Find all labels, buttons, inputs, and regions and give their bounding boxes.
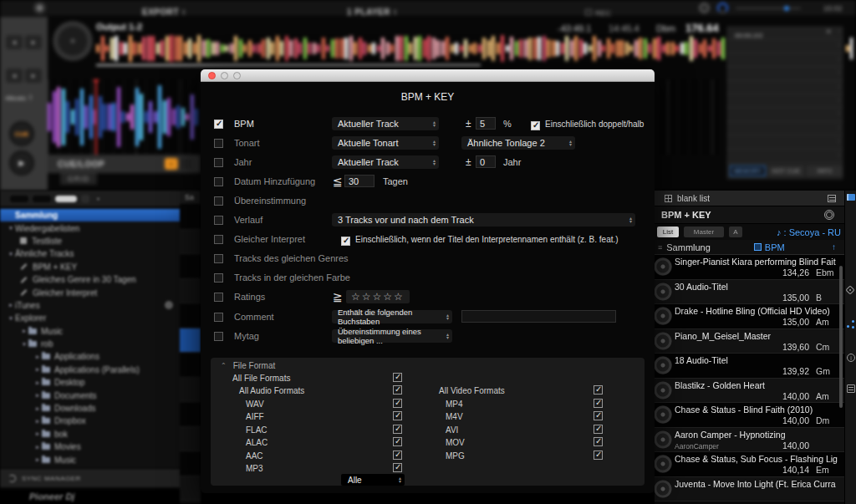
zoom-window-button[interactable] — [233, 72, 241, 79]
cue-row-empty[interactable] — [726, 39, 843, 53]
wav-checkbox[interactable] — [393, 399, 402, 408]
column-title[interactable]: Sammlung — [666, 242, 711, 252]
caret-right-icon[interactable]: ▸ — [20, 328, 28, 334]
key-criteria-checkbox[interactable] — [214, 136, 223, 150]
occluded-track-row[interactable] — [180, 451, 201, 476]
alac-checkbox[interactable] — [393, 437, 402, 446]
key-range-dropdown[interactable]: Ähnliche Tonlage 2▴▾ — [461, 136, 575, 150]
rec-checkbox[interactable] — [585, 9, 592, 16]
caret-down-icon[interactable]: ▾ — [7, 225, 15, 232]
bpm-source-dropdown[interactable]: Aktueller Track▴▾ — [332, 117, 439, 130]
sidebar-item-desktop[interactable]: ▸Desktop — [0, 376, 180, 389]
mp3-checkbox[interactable] — [393, 463, 402, 472]
mytag-checkbox[interactable] — [214, 329, 223, 344]
settings-gear-icon[interactable] — [699, 3, 710, 13]
mov-checkbox[interactable] — [594, 437, 603, 446]
play-button[interactable]: ▶ — [9, 150, 34, 176]
related-tracks-icon[interactable] — [847, 320, 855, 328]
track-row[interactable]: Chase & Status, Sub Focus - Flashing Lig… — [655, 452, 844, 477]
ratings-checkbox[interactable] — [214, 290, 223, 304]
minimize-window-button[interactable] — [221, 72, 228, 79]
m4v-checkbox[interactable] — [594, 411, 603, 420]
grid-tab[interactable]: GRID — [60, 173, 97, 185]
loop-icon[interactable] — [181, 158, 192, 170]
gear-icon[interactable] — [824, 210, 834, 220]
info-icon[interactable]: i — [847, 354, 855, 362]
key-source-dropdown[interactable]: Aktuelle Tonart▴▾ — [332, 136, 439, 150]
sync-manager-button[interactable]: SYNC MANAGER — [0, 468, 180, 488]
cue-row-empty[interactable] — [726, 94, 843, 108]
comment-checkbox[interactable] — [214, 310, 223, 324]
list-icon[interactable] — [847, 384, 855, 393]
year-criteria-checkbox[interactable] — [214, 155, 223, 170]
all-file-formats-checkbox[interactable] — [393, 373, 402, 382]
sidebar-item-testliste[interactable]: Testliste — [0, 235, 180, 247]
bpm-criteria-checkbox[interactable] — [214, 117, 223, 131]
tag-icon[interactable] — [845, 285, 854, 294]
aiff-checkbox[interactable] — [393, 411, 402, 420]
caret-right-icon[interactable]: ▸ — [33, 354, 42, 360]
caret-right-icon[interactable]: ▸ — [33, 456, 42, 463]
same-genre-checkbox[interactable] — [214, 252, 223, 266]
include-feat-checkbox[interactable] — [341, 234, 350, 248]
track-row[interactable]: Chase & Status - Blind Faith (2010)140,0… — [655, 403, 844, 428]
track-row[interactable]: Blastikz - Golden Heart140,00Am — [655, 379, 844, 404]
master-volume-knob[interactable] — [717, 3, 728, 13]
year-tolerance-input[interactable]: 0 — [476, 155, 496, 168]
date-added-checkbox[interactable] — [214, 175, 223, 189]
sidebar-item-itunes[interactable]: ▸iTunes — [0, 299, 180, 312]
track-row[interactable]: Aaron Camper - HypnotizingAaronCamper140… — [655, 428, 844, 453]
occluded-track-row[interactable] — [180, 254, 201, 279]
dialog-titlebar[interactable] — [201, 69, 655, 82]
cue-row-empty[interactable] — [726, 67, 843, 80]
sidebar-item-gleiches-genre[interactable]: Gleiches Genre in 30 Tagen — [0, 273, 180, 286]
history-checkbox[interactable] — [214, 213, 223, 227]
occluded-track-row[interactable] — [180, 279, 201, 304]
comment-text-input[interactable] — [461, 310, 616, 323]
delete-cue-icon[interactable]: ✕ — [825, 28, 832, 36]
caret-right-icon[interactable]: ▸ — [33, 418, 42, 425]
sidebar-item-sammlung[interactable]: Sammlung — [0, 209, 180, 221]
collapse-caret-icon[interactable]: ⌃ — [221, 362, 227, 369]
caret-right-icon[interactable]: ▸ — [33, 392, 42, 399]
column-bpm[interactable]: BPM — [754, 242, 785, 252]
days-input[interactable]: 30 — [344, 175, 374, 187]
beat-jump-dropdown[interactable]: 4Beats▴▾ — [5, 89, 32, 104]
hot-cue-tab-button[interactable]: HOT CUE — [768, 165, 804, 176]
matching-checkbox[interactable] — [214, 194, 223, 208]
star-rating-control[interactable]: ☆☆☆☆☆ — [346, 290, 410, 303]
sidebar-item-bok[interactable]: ▸bok — [0, 428, 180, 440]
file-format-header[interactable]: ⌃File Format — [221, 361, 275, 370]
bpm-tolerance-input[interactable]: 5 — [476, 117, 496, 130]
caret-right-icon[interactable]: ▸ — [33, 366, 42, 373]
mpg-checkbox[interactable] — [594, 451, 603, 460]
year-source-dropdown[interactable]: Aktueller Track▴▾ — [332, 155, 439, 169]
occluded-track-row[interactable] — [180, 205, 201, 230]
sidebar-item-dropbox[interactable]: ▸Dropbox — [0, 415, 180, 427]
track-row[interactable]: 18 Audio-Titel139,92Gm — [655, 354, 844, 379]
occluded-track-row[interactable] — [180, 402, 201, 427]
occluded-track-row[interactable] — [180, 303, 201, 328]
sort-ascending-icon[interactable]: ↑ — [832, 242, 836, 252]
cue-row-empty[interactable] — [726, 122, 843, 135]
occluded-track-row[interactable] — [180, 353, 201, 378]
sidebar-item-wiedergabelisten[interactable]: ▾Wiedergabelisten — [0, 221, 180, 234]
occluded-track-row[interactable] — [180, 427, 201, 452]
track-row[interactable]: Singer-Pianist Kiara performing Blind Fa… — [655, 255, 844, 280]
caret-down-icon[interactable]: ▾ — [20, 341, 28, 348]
grid-view-icon[interactable] — [665, 195, 672, 202]
slider-handle[interactable] — [784, 6, 789, 11]
list-filter-button[interactable]: List — [657, 227, 679, 237]
close-window-button[interactable] — [208, 72, 216, 79]
track-row[interactable]: Drake - Hotline Bling (Official HD Video… — [655, 304, 844, 329]
sidebar-item-gleicher-interpret[interactable]: Gleicher Interpret — [0, 286, 180, 298]
mp4-checkbox[interactable] — [594, 399, 603, 408]
sidebar-item-rob[interactable]: ▾rob — [0, 338, 180, 350]
cue-row-empty[interactable] — [726, 108, 843, 121]
sidebar-item-bpm-key[interactable]: BPM + KEY — [0, 261, 180, 273]
tracklist-scrollbar[interactable] — [839, 266, 843, 408]
memory-cue-icon[interactable]: ▸ — [165, 158, 178, 170]
caret-right-icon[interactable]: ▸ — [33, 430, 42, 437]
sidebar-item-movies[interactable]: ▸Movies — [0, 440, 180, 453]
crossfader-slider[interactable] — [736, 8, 801, 9]
